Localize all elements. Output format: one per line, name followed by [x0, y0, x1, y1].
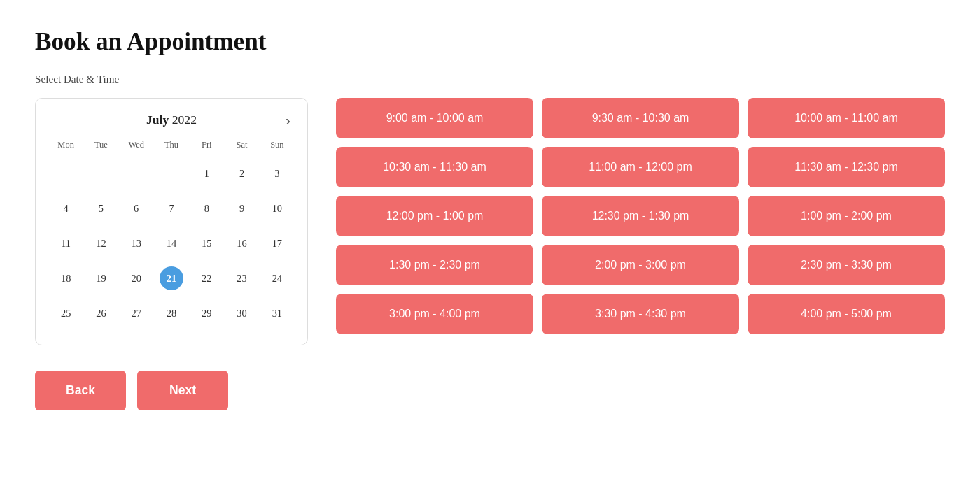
calendar-day[interactable]: 31	[260, 296, 295, 331]
timeslot-button[interactable]: 2:30 pm - 3:30 pm	[748, 245, 945, 285]
timeslot-button[interactable]: 3:00 pm - 4:00 pm	[336, 294, 533, 334]
timeslot-button[interactable]: 1:30 pm - 2:30 pm	[336, 245, 533, 285]
timeslot-button[interactable]: 12:00 pm - 1:00 pm	[336, 196, 533, 236]
calendar-day[interactable]: 22	[189, 261, 224, 296]
timeslot-button[interactable]: 1:00 pm - 2:00 pm	[748, 196, 945, 236]
weekday-header: Mon	[48, 137, 83, 156]
calendar-day[interactable]: 25	[48, 296, 83, 331]
back-button[interactable]: Back	[35, 371, 126, 410]
timeslot-button[interactable]: 3:30 pm - 4:30 pm	[542, 294, 739, 334]
calendar-day[interactable]: 3	[260, 156, 295, 191]
calendar-day	[83, 156, 118, 191]
timeslot-button[interactable]: 4:00 pm - 5:00 pm	[748, 294, 945, 334]
calendar-day[interactable]: 10	[260, 191, 295, 226]
timeslot-button[interactable]: 2:00 pm - 3:00 pm	[542, 245, 739, 285]
calendar-day[interactable]: 12	[83, 226, 118, 261]
calendar-day[interactable]: 21	[154, 261, 189, 296]
weekday-header: Tue	[83, 137, 118, 156]
calendar-day[interactable]: 5	[83, 191, 118, 226]
calendar-day	[154, 156, 189, 191]
calendar-month-year: July 2022	[146, 113, 197, 127]
calendar-day[interactable]: 30	[224, 296, 259, 331]
calendar-day[interactable]: 24	[260, 261, 295, 296]
calendar-day[interactable]: 17	[260, 226, 295, 261]
weekday-header: Fri	[189, 137, 224, 156]
calendar-header: July 2022 ›	[48, 113, 295, 127]
calendar-day[interactable]: 14	[154, 226, 189, 261]
calendar-day[interactable]: 6	[119, 191, 154, 226]
calendar-day[interactable]: 28	[154, 296, 189, 331]
timeslot-grid: 9:00 am - 10:00 am9:30 am - 10:30 am10:0…	[336, 98, 945, 334]
timeslot-button[interactable]: 11:00 am - 12:00 pm	[542, 147, 739, 187]
calendar-day[interactable]: 15	[189, 226, 224, 261]
section-subtitle: Select Date & Time	[35, 73, 945, 85]
calendar-day[interactable]: 20	[119, 261, 154, 296]
calendar: July 2022 › MonTueWedThuFriSatSun 123456…	[35, 98, 308, 345]
timeslot-button[interactable]: 9:30 am - 10:30 am	[542, 98, 739, 138]
main-layout: July 2022 › MonTueWedThuFriSatSun 123456…	[35, 98, 945, 345]
timeslot-button[interactable]: 10:30 am - 11:30 am	[336, 147, 533, 187]
calendar-day[interactable]: 8	[189, 191, 224, 226]
weekday-header: Sun	[260, 137, 295, 156]
calendar-day[interactable]: 2	[224, 156, 259, 191]
calendar-day	[119, 156, 154, 191]
timeslot-button[interactable]: 10:00 am - 11:00 am	[748, 98, 945, 138]
calendar-day[interactable]: 4	[48, 191, 83, 226]
calendar-day[interactable]: 27	[119, 296, 154, 331]
weekday-header: Thu	[154, 137, 189, 156]
calendar-day[interactable]: 9	[224, 191, 259, 226]
bottom-buttons: Back Next	[35, 371, 945, 410]
calendar-day[interactable]: 11	[48, 226, 83, 261]
calendar-day[interactable]: 26	[83, 296, 118, 331]
calendar-day[interactable]: 19	[83, 261, 118, 296]
calendar-grid: MonTueWedThuFriSatSun 123456789101112131…	[48, 137, 295, 331]
weekday-header: Wed	[119, 137, 154, 156]
calendar-day[interactable]: 23	[224, 261, 259, 296]
calendar-day	[48, 156, 83, 191]
calendar-day[interactable]: 13	[119, 226, 154, 261]
calendar-day[interactable]: 7	[154, 191, 189, 226]
timeslot-button[interactable]: 9:00 am - 10:00 am	[336, 98, 533, 138]
calendar-day[interactable]: 29	[189, 296, 224, 331]
calendar-next-button[interactable]: ›	[281, 110, 295, 130]
weekday-header: Sat	[224, 137, 259, 156]
calendar-day[interactable]: 1	[189, 156, 224, 191]
timeslot-button[interactable]: 12:30 pm - 1:30 pm	[542, 196, 739, 236]
next-button[interactable]: Next	[137, 371, 228, 410]
page-title: Book an Appointment	[35, 28, 945, 56]
calendar-day[interactable]: 16	[224, 226, 259, 261]
calendar-day[interactable]: 18	[48, 261, 83, 296]
timeslot-button[interactable]: 11:30 am - 12:30 pm	[748, 147, 945, 187]
